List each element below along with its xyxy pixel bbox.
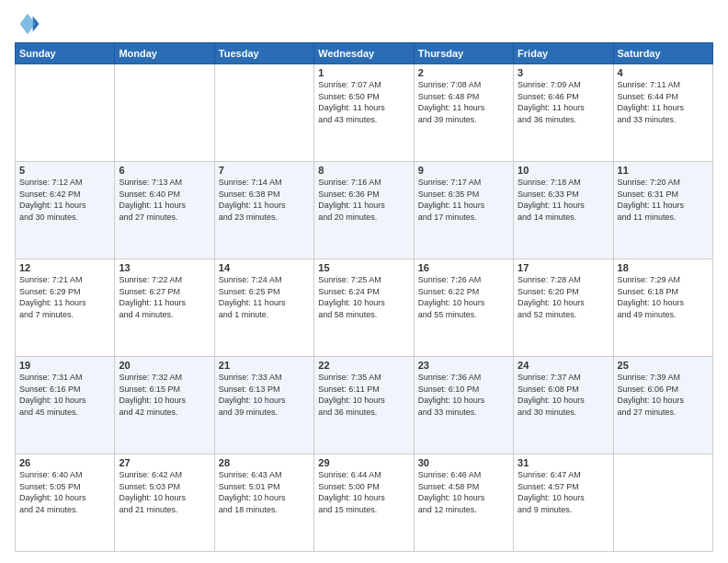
day-info: Sunrise: 7:09 AM Sunset: 6:46 PM Dayligh… [518,79,609,125]
day-info: Sunrise: 7:25 AM Sunset: 6:24 PM Dayligh… [318,274,409,320]
col-header-wednesday: Wednesday [314,43,414,64]
week-row-2: 12Sunrise: 7:21 AM Sunset: 6:29 PM Dayli… [16,259,713,357]
day-cell: 9Sunrise: 7:17 AM Sunset: 6:35 PM Daylig… [414,162,513,259]
header [15,11,713,37]
day-info: Sunrise: 7:08 AM Sunset: 6:48 PM Dayligh… [418,79,509,125]
day-info: Sunrise: 7:31 AM Sunset: 6:16 PM Dayligh… [19,372,110,418]
col-header-saturday: Saturday [613,43,712,64]
day-number: 26 [19,457,110,468]
day-info: Sunrise: 7:17 AM Sunset: 6:35 PM Dayligh… [418,177,509,223]
week-row-1: 5Sunrise: 7:12 AM Sunset: 6:42 PM Daylig… [16,162,713,259]
day-number: 15 [318,262,409,273]
day-number: 21 [219,360,310,371]
day-number: 25 [618,360,709,371]
day-cell: 7Sunrise: 7:14 AM Sunset: 6:38 PM Daylig… [214,162,313,259]
day-cell [214,64,313,162]
day-cell: 16Sunrise: 7:26 AM Sunset: 6:22 PM Dayli… [414,259,513,357]
day-number: 14 [219,262,310,273]
day-info: Sunrise: 7:21 AM Sunset: 6:29 PM Dayligh… [19,274,110,320]
day-cell: 4Sunrise: 7:11 AM Sunset: 6:44 PM Daylig… [613,64,712,162]
day-cell: 12Sunrise: 7:21 AM Sunset: 6:29 PM Dayli… [16,259,115,357]
day-info: Sunrise: 7:36 AM Sunset: 6:10 PM Dayligh… [418,372,509,418]
day-info: Sunrise: 7:22 AM Sunset: 6:27 PM Dayligh… [119,274,210,320]
header-row: SundayMondayTuesdayWednesdayThursdayFrid… [16,43,713,64]
day-cell: 13Sunrise: 7:22 AM Sunset: 6:27 PM Dayli… [115,259,214,357]
day-info: Sunrise: 6:42 AM Sunset: 5:03 PM Dayligh… [119,469,210,515]
day-number: 22 [318,360,409,371]
day-number: 3 [518,67,609,78]
day-cell: 3Sunrise: 7:09 AM Sunset: 6:46 PM Daylig… [514,64,613,162]
logo [15,11,42,37]
calendar-table: SundayMondayTuesdayWednesdayThursdayFrid… [15,42,713,552]
day-cell: 25Sunrise: 7:39 AM Sunset: 6:06 PM Dayli… [613,357,712,454]
day-cell: 18Sunrise: 7:29 AM Sunset: 6:18 PM Dayli… [613,259,712,357]
day-info: Sunrise: 7:33 AM Sunset: 6:13 PM Dayligh… [219,372,310,418]
day-number: 4 [618,67,709,78]
day-number: 5 [19,165,110,176]
day-number: 18 [618,262,709,273]
day-cell: 28Sunrise: 6:43 AM Sunset: 5:01 PM Dayli… [214,454,313,552]
day-info: Sunrise: 7:14 AM Sunset: 6:38 PM Dayligh… [219,177,310,223]
day-cell: 29Sunrise: 6:44 AM Sunset: 5:00 PM Dayli… [314,454,414,552]
day-cell: 23Sunrise: 7:36 AM Sunset: 6:10 PM Dayli… [414,357,513,454]
day-info: Sunrise: 6:46 AM Sunset: 4:58 PM Dayligh… [418,469,509,515]
day-info: Sunrise: 7:11 AM Sunset: 6:44 PM Dayligh… [618,79,709,125]
page: SundayMondayTuesdayWednesdayThursdayFrid… [0,0,728,563]
day-cell: 30Sunrise: 6:46 AM Sunset: 4:58 PM Dayli… [414,454,513,552]
day-cell: 24Sunrise: 7:37 AM Sunset: 6:08 PM Dayli… [514,357,613,454]
day-info: Sunrise: 7:32 AM Sunset: 6:15 PM Dayligh… [119,372,210,418]
day-cell: 2Sunrise: 7:08 AM Sunset: 6:48 PM Daylig… [414,64,513,162]
day-cell: 22Sunrise: 7:35 AM Sunset: 6:11 PM Dayli… [314,357,414,454]
day-info: Sunrise: 7:13 AM Sunset: 6:40 PM Dayligh… [119,177,210,223]
day-info: Sunrise: 7:16 AM Sunset: 6:36 PM Dayligh… [318,177,409,223]
day-number: 28 [219,457,310,468]
day-cell: 14Sunrise: 7:24 AM Sunset: 6:25 PM Dayli… [214,259,313,357]
day-info: Sunrise: 7:39 AM Sunset: 6:06 PM Dayligh… [618,372,709,418]
day-info: Sunrise: 7:26 AM Sunset: 6:22 PM Dayligh… [418,274,509,320]
col-header-sunday: Sunday [16,43,115,64]
day-info: Sunrise: 7:12 AM Sunset: 6:42 PM Dayligh… [19,177,110,223]
day-cell [16,64,115,162]
day-cell [613,454,712,552]
day-cell: 20Sunrise: 7:32 AM Sunset: 6:15 PM Dayli… [115,357,214,454]
day-number: 19 [19,360,110,371]
day-cell: 8Sunrise: 7:16 AM Sunset: 6:36 PM Daylig… [314,162,414,259]
day-info: Sunrise: 6:44 AM Sunset: 5:00 PM Dayligh… [318,469,409,515]
week-row-3: 19Sunrise: 7:31 AM Sunset: 6:16 PM Dayli… [16,357,713,454]
day-cell: 26Sunrise: 6:40 AM Sunset: 5:05 PM Dayli… [16,454,115,552]
day-number: 8 [318,165,409,176]
day-info: Sunrise: 7:28 AM Sunset: 6:20 PM Dayligh… [518,274,609,320]
logo-icon [15,11,40,37]
day-info: Sunrise: 7:18 AM Sunset: 6:33 PM Dayligh… [518,177,609,223]
day-info: Sunrise: 6:43 AM Sunset: 5:01 PM Dayligh… [219,469,310,515]
day-number: 6 [119,165,210,176]
day-number: 12 [19,262,110,273]
day-number: 30 [418,457,509,468]
day-number: 9 [418,165,509,176]
day-cell: 6Sunrise: 7:13 AM Sunset: 6:40 PM Daylig… [115,162,214,259]
col-header-monday: Monday [115,43,214,64]
day-cell: 1Sunrise: 7:07 AM Sunset: 6:50 PM Daylig… [314,64,414,162]
day-number: 13 [119,262,210,273]
day-number: 11 [618,165,709,176]
day-number: 17 [518,262,609,273]
day-number: 23 [418,360,509,371]
day-number: 20 [119,360,210,371]
day-info: Sunrise: 7:35 AM Sunset: 6:11 PM Dayligh… [318,372,409,418]
day-info: Sunrise: 7:07 AM Sunset: 6:50 PM Dayligh… [318,79,409,125]
week-row-0: 1Sunrise: 7:07 AM Sunset: 6:50 PM Daylig… [16,64,713,162]
day-cell: 5Sunrise: 7:12 AM Sunset: 6:42 PM Daylig… [16,162,115,259]
day-cell: 15Sunrise: 7:25 AM Sunset: 6:24 PM Dayli… [314,259,414,357]
day-cell: 17Sunrise: 7:28 AM Sunset: 6:20 PM Dayli… [514,259,613,357]
day-number: 16 [418,262,509,273]
col-header-thursday: Thursday [414,43,513,64]
day-cell: 21Sunrise: 7:33 AM Sunset: 6:13 PM Dayli… [214,357,313,454]
col-header-tuesday: Tuesday [214,43,313,64]
day-number: 1 [318,67,409,78]
day-number: 27 [119,457,210,468]
col-header-friday: Friday [514,43,613,64]
day-info: Sunrise: 7:37 AM Sunset: 6:08 PM Dayligh… [518,372,609,418]
day-info: Sunrise: 7:24 AM Sunset: 6:25 PM Dayligh… [219,274,310,320]
day-number: 31 [518,457,609,468]
day-cell: 31Sunrise: 6:47 AM Sunset: 4:57 PM Dayli… [514,454,613,552]
